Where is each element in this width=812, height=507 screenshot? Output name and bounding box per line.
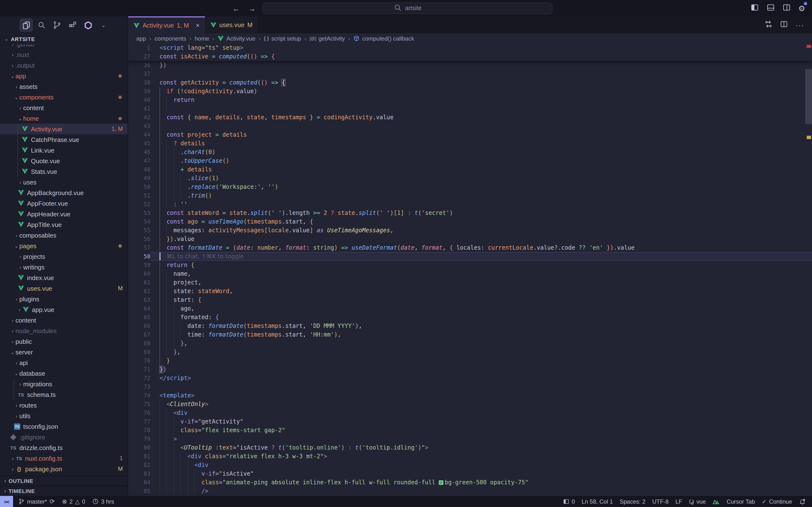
tree-item-components[interactable]: ⌄components [0, 92, 128, 102]
activity-extensions[interactable] [66, 18, 79, 32]
tree-item-AppTitle.vue[interactable]: AppTitle.vue [0, 219, 128, 230]
breadcrumb-item-components[interactable]: components [154, 35, 186, 42]
tree-item-.output[interactable]: ›.output [0, 60, 128, 70]
code-line-27[interactable]: 27const isActive = computed(() => { [128, 52, 812, 61]
tree-item-home[interactable]: ⌄home [0, 113, 128, 124]
section-outline[interactable]: ›OUTLINE [0, 475, 128, 486]
split-editor-icon[interactable] [780, 20, 788, 30]
code-line-79[interactable]: 79 > [128, 435, 812, 443]
tree-item-AppFooter.vue[interactable]: AppFooter.vue [0, 198, 128, 209]
open-changes-icon[interactable] [765, 20, 772, 30]
tree-item-.nuxt[interactable]: ›.nuxt [0, 49, 128, 60]
breadcrumb-item-activity-vue[interactable]: Activity.vue [218, 35, 255, 42]
status-encoding[interactable]: UTF-8 [652, 498, 669, 505]
tree-item-app.vue[interactable]: ›app.vue [0, 304, 128, 315]
code-line-39[interactable]: 39 if (!codingActivity.value) [128, 87, 812, 96]
tree-item-app[interactable]: ⌄app [0, 70, 128, 81]
code-line-72[interactable]: 72</script> [128, 374, 812, 382]
tree-item-Quote.vue[interactable]: Quote.vue [0, 156, 128, 166]
tree-item-utils[interactable]: ›utils [0, 410, 128, 421]
code-line-49[interactable]: 49 .slice(1) [128, 174, 812, 182]
status-nuxt-status[interactable] [713, 499, 720, 504]
tree-item-writings[interactable]: ›writings [0, 262, 128, 272]
code-line-75[interactable]: 75 <ClientOnly> [128, 400, 812, 408]
code-line-83[interactable]: 83 v-if="isActive" [128, 469, 812, 478]
tree-item-server[interactable]: ⌄server [0, 347, 128, 357]
status-cursor-tab[interactable]: Cursor Tab [727, 498, 755, 505]
tree-item-Link.vue[interactable]: Link.vue [0, 145, 128, 156]
code-line-51[interactable]: 51 .trim() [128, 191, 812, 200]
activity-explorer[interactable] [19, 18, 33, 32]
code-line-70[interactable]: 70 } [128, 356, 812, 365]
status-continue[interactable]: ✓Continue [762, 498, 792, 505]
code-line-45[interactable]: 45 ? details [128, 139, 812, 148]
tree-item-.gitignore[interactable]: .gitignore [0, 432, 128, 442]
code-line-36[interactable]: 36}) [128, 61, 812, 69]
code-line-60[interactable]: 60 name, [128, 270, 812, 278]
tree-item-Stats.vue[interactable]: Stats.vue [0, 166, 128, 177]
code-line-42[interactable]: 42 const { name, details, state, timesta… [128, 113, 812, 122]
code-line-84[interactable]: 84 class="animate-ping absolute inline-f… [128, 478, 812, 487]
code-line-61[interactable]: 61 project, [128, 278, 812, 287]
breadcrumb-item-home[interactable]: home [195, 35, 209, 42]
code-line-44[interactable]: 44 const project = details [128, 130, 812, 139]
tree-item-migrations[interactable]: ›migrations [0, 379, 128, 389]
code-line-69[interactable]: 69 }, [128, 348, 812, 356]
tree-item-node_modules[interactable]: ›node_modules [0, 326, 128, 336]
code-line-37[interactable]: 37 [128, 69, 812, 78]
code-line-43[interactable]: 43 [128, 122, 812, 130]
tree-item-assets[interactable]: ›assets [0, 81, 128, 92]
tree-item-index.vue[interactable]: index.vue [0, 272, 128, 283]
status-remote[interactable]: >< [0, 496, 13, 507]
tree-item-plugins[interactable]: ›plugins [0, 294, 128, 304]
tree-item-nuxt.config.ts[interactable]: ›TSnuxt.config.ts1 [0, 453, 128, 463]
tree-item-AppBackground.vue[interactable]: AppBackground.vue [0, 187, 128, 198]
tree-item-uses[interactable]: ›uses [0, 177, 128, 187]
status-cursor-position[interactable]: Ln 58, Col 1 [582, 498, 613, 505]
tree-item-Activity.vue[interactable]: Activity.vue1, M [0, 124, 128, 134]
activity-search[interactable] [35, 18, 48, 32]
activity-extension-purple[interactable] [81, 18, 95, 32]
status-problems[interactable]: ⊗2△0 [62, 498, 85, 505]
tree-item-uses.vue[interactable]: uses.vueM [0, 283, 128, 294]
code-line-57[interactable]: 57 const formatDate = (date: number, for… [128, 243, 812, 252]
scrollbar[interactable] [805, 44, 812, 496]
explorer-header[interactable]: ⌄ ARTSITE [0, 34, 128, 44]
close-icon[interactable]: × [196, 22, 199, 29]
section-timeline[interactable]: ›TIMELINE [0, 486, 128, 496]
tree-item-tsconfig.json[interactable]: TStsconfig.json [0, 421, 128, 432]
breadcrumb-item-getactivity[interactable]: [@]getActivity [310, 35, 345, 42]
code-line-85[interactable]: 85 /> [128, 487, 812, 495]
tree-item-schema.ts[interactable]: TSschema.ts [0, 389, 128, 400]
code-line-38[interactable]: 38const getActivity = computed(() => { [128, 78, 812, 87]
tree-item-CatchPhrase.vue[interactable]: CatchPhrase.vue [0, 134, 128, 145]
code-line-40[interactable]: 40 return [128, 96, 812, 104]
code-line-41[interactable]: 41 [128, 104, 812, 113]
code-line-66[interactable]: 66 date: formatDate(timestamps.start, 'D… [128, 322, 812, 330]
code-line-63[interactable]: 63 start: { [128, 295, 812, 304]
code-line-76[interactable]: 76 <div [128, 408, 812, 417]
code-line-81[interactable]: 81 <div class="relative flex h-3 w-3 mt-… [128, 452, 812, 461]
code-line-62[interactable]: 62 state: stateWord, [128, 287, 812, 295]
tree-item-composables[interactable]: ›composables [0, 230, 128, 240]
code-line-53[interactable]: 53 const stateWord = state.split(' ').le… [128, 209, 812, 217]
gear-icon[interactable]: ⚙ [798, 4, 805, 13]
nav-forward-icon[interactable]: → [248, 4, 256, 12]
nav-back-icon[interactable]: ← [233, 4, 240, 12]
code-line-78[interactable]: 78 class="flex items-start gap-2" [128, 426, 812, 435]
code-line-46[interactable]: 46 .charAt(0) [128, 148, 812, 157]
status-ports[interactable]: 0 [563, 498, 575, 505]
tree-item-routes[interactable]: ›routes [0, 400, 128, 410]
code-line-80[interactable]: 80 <UTooltip :text="isActive ? t('toolti… [128, 443, 812, 452]
code-line-74[interactable]: 74<template> [128, 391, 812, 400]
tab-Activity.vue[interactable]: Activity.vue1, M× [128, 16, 205, 33]
status-session-time[interactable]: 3 hrs [93, 498, 114, 505]
code-line-54[interactable]: 54 const ago = useTimeAgo(timestamps.sta… [128, 217, 812, 226]
tree-item-package.json[interactable]: ›{}package.jsonM [0, 463, 128, 474]
code-line-58[interactable]: 58 ⌘L to chat, ⇧⌘K to toggle [128, 252, 812, 261]
scrollbar-thumb[interactable] [805, 69, 812, 124]
status-eol[interactable]: LF [675, 498, 682, 505]
code-editor[interactable]: 1<script lang="ts" setup>27const isActiv… [128, 44, 812, 496]
status-notifications[interactable] [799, 498, 806, 505]
breadcrumb-item-computed-callback[interactable]: computed() callback [354, 35, 414, 42]
